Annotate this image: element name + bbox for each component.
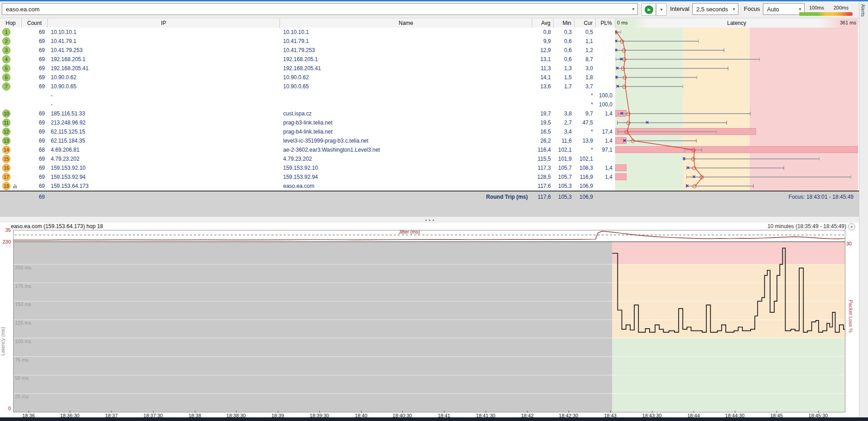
average-latency-marker [622,76,627,80]
timeline-plot[interactable] [13,242,845,412]
focus-select[interactable]: Auto ▼ [763,3,805,15]
table-row[interactable]: 15694.79.23.2024.79.23.202115,5101,9102,… [0,154,859,163]
count-cell: 69 [22,163,48,172]
summary-footer: 69 Round Trip (ms) 117,6 105,3 106,9 Foc… [0,191,859,217]
hop-cell: 4 [0,55,22,64]
pl-cell [596,55,615,64]
range-min-tick [617,121,618,124]
current-latency-marker: ✕ [615,38,618,44]
ip-cell: 192.168.205.41 [48,64,280,73]
range-min-tick [617,130,618,134]
col-header-pl[interactable]: PL% [596,19,615,28]
col-header-avg[interactable]: Avg [532,19,554,28]
interval-value: 2,5 seconds [693,6,730,13]
latency-axis-max: 230 [3,239,11,244]
latency-color-legend [799,12,853,16]
table-row[interactable]: -*100,0 [0,100,859,109]
cur-cell: 3,7 [574,82,596,91]
name-cell [280,100,532,109]
average-latency-marker [622,48,626,53]
latency-graph-cell: ✕ [615,55,858,64]
mini-bar [13,186,14,188]
table-row[interactable]: 1769159.153.92.94159.153.92.94128,5105,7… [0,172,859,182]
table-row[interactable]: 126962.115.125.15prag-b4-link.telia.net1… [0,127,859,136]
table-row[interactable]: 14684.69.206.81ae-2-3602.ear3.Washington… [0,145,859,154]
cur-cell: * [574,91,596,100]
current-latency-marker: ✕ [615,47,618,53]
pl-cell: 1,4 [596,163,615,172]
alerts-side-tab[interactable]: Alerts [859,1,868,421]
ip-cell: 185.116.51.33 [48,109,280,118]
hop-badge: 15 [2,155,10,163]
table-row[interactable]: 569192.168.205.41192.168.205.4111,31,33,… [0,64,859,73]
col-header-min[interactable]: Min [554,19,574,28]
timeline-range-selector[interactable]: 10 minutes (18:35:49 - 18:45:49) [767,223,846,230]
jitter-strip-label: Jitter (ms) [399,229,420,234]
latency-graph-cell: ✕ [615,109,858,118]
hop-cell: 13 [0,136,22,145]
pl-cell [596,154,615,163]
range-max-tick [783,166,784,170]
col-header-hop[interactable]: Hop [0,19,22,28]
start-trace-button[interactable]: ▶ [641,3,656,16]
hop-badge: 12 [2,128,10,136]
ip-cell: 10.10.10.1 [48,28,280,37]
avg-cell: 16,5 [532,127,554,136]
cur-cell: 1,1 [574,37,596,46]
table-row[interactable]: 76910.90.0.6510.90.0.6513,61,73,7✕ [0,82,859,91]
mini-bar [16,186,17,188]
name-cell: 10.10.10.1 [280,28,532,37]
chevron-down-icon[interactable]: ▼ [848,223,855,230]
table-row[interactable]: -*100,0 [0,91,859,100]
table-row[interactable]: 66910.90.0.6210.90.0.6214,11,51,8✕ [0,73,859,82]
alerts-tab-label: Alerts [860,4,866,17]
cur-cell: 0,5 [574,28,596,37]
col-header-count[interactable]: Count [22,19,48,28]
target-dropdown-icon[interactable]: ▼ [629,7,637,11]
pl-cell: 1,4 [596,172,615,182]
latency-graph-cell: ✕ [615,46,858,55]
mini-bar [14,184,15,188]
avg-cell: 0,8 [532,28,554,37]
current-latency-marker: ✕ [615,74,618,81]
target-address-input[interactable]: easo.ea.com ▼ [2,3,638,15]
table-row[interactable]: 26910.41.79.110.41.79.19,90,61,1✕ [0,37,859,46]
col-header-name[interactable]: Name [280,19,532,28]
average-latency-marker [624,130,628,134]
range-max-tick [697,76,698,79]
interval-select[interactable]: 2,5 seconds ▼ [692,3,738,15]
pl-cell: 17,4 [596,127,615,136]
cur-cell: 1,2 [574,46,596,55]
hop-badge: 18 [2,182,10,190]
table-row[interactable]: 1869159.153.64.173easo.ea.com117,6105,31… [0,182,859,191]
table-row[interactable]: 36910.41.79.25310.41.79.25312,90,61,2✕ [0,46,859,55]
col-header-cur[interactable]: Cur [574,19,596,28]
table-row[interactable]: 136962.115.184.35level3-ic-351999-prag-b… [0,136,859,145]
packet-loss-bar [615,173,627,180]
cur-cell: 8,7 [574,55,596,64]
rt-pl-spacer [596,192,615,201]
packet-loss-axis-label: Packet Loss % [848,300,854,333]
hop-cell: 3 [0,46,22,55]
table-row[interactable]: 1169213.248.96.92prag-b3-link.telia.net1… [0,118,859,127]
table-row[interactable]: 16910.10.10.110.10.10.10,80,30,5✕ [0,28,859,37]
avg-cell: 19,7 [532,109,554,118]
hop-badge: 1 [2,28,10,36]
table-row[interactable]: 469192.168.205.1192.168.205.113,10,68,7✕ [0,55,859,64]
average-latency-marker [631,139,635,143]
legend-200ms-label: 200ms [834,5,849,10]
table-row[interactable]: 1069185.116.51.33cust.ispa.cz19,73,89,71… [0,109,859,118]
range-max-tick [759,57,760,61]
hop-cell: 11 [0,118,22,127]
splitter-grip-icon [433,220,434,221]
start-options-dropdown[interactable]: ▼ [656,3,667,16]
min-cell: 3,4 [554,127,574,136]
play-icon: ▶ [645,5,653,14]
latency-graph-cell: ✕ [615,73,858,82]
table-row[interactable]: 1669159.153.92.10159.153.92.10117,3105,7… [0,163,859,172]
col-header-ip[interactable]: IP [48,19,280,28]
avg-cell: 12,9 [532,46,554,55]
name-cell: cust.ispa.cz [280,109,532,118]
ip-cell: - [48,91,280,100]
packet-loss-bar [615,164,627,171]
